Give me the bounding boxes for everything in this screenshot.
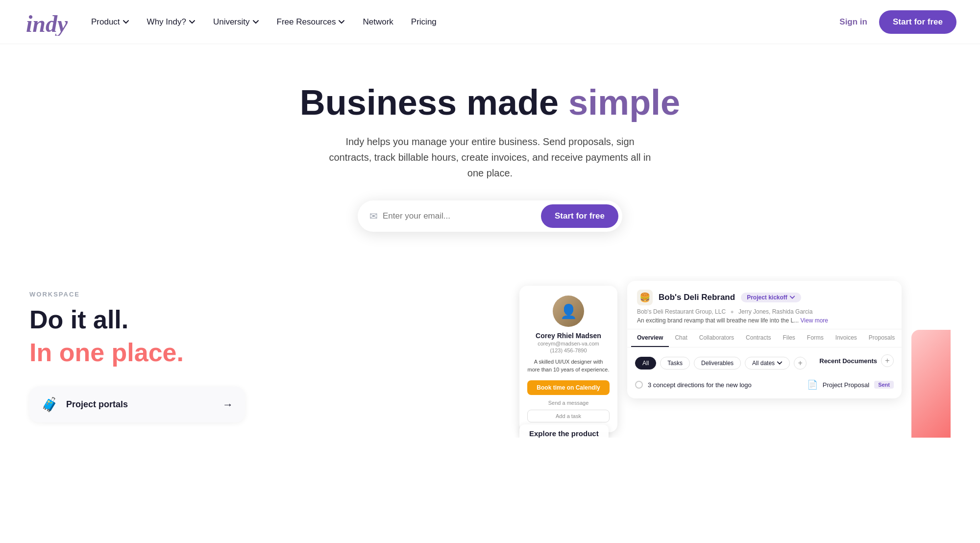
project-badge-text: Project kickoff [747,294,787,301]
filter-row: All Tasks Deliverables All dates + Recen… [635,354,894,372]
profile-description: A skilled UI/UX designer with more than … [527,358,610,373]
avatar: 👤 [553,296,584,327]
project-card: 🍔 Bob's Deli Rebrand Project kickoff Bob… [627,281,902,398]
nav-why-indy-label: Why Indy? [147,17,186,27]
hero-section: Business made simple Indy helps you mana… [0,44,980,261]
nav-right: Sign in Start for free [839,10,956,34]
project-company: Bob's Deli Restaurant Group, LLC [637,308,726,315]
recent-docs-header: Recent Documents + [819,354,894,367]
profile-card: 👤 Corey Rhiel Madsen coreym@madsen-va.co… [519,286,617,432]
nav-links: Product Why Indy? University Free Resour… [91,17,839,27]
add-task-button[interactable]: Add a task [527,410,610,422]
tab-collaborators[interactable]: Collaborators [693,329,740,347]
hero-title-accent: simple [568,83,680,122]
tab-overview[interactable]: Overview [631,329,669,347]
recent-docs-label: Recent Documents [819,357,877,365]
project-description: An exciting brand revamp that will breat… [637,317,892,324]
task-label: 3 concept directions for the new logo [648,381,752,389]
project-tabs: Overview Chat Collaborators Contracts Fi… [627,329,902,347]
task-checkbox[interactable] [635,381,643,389]
project-title: Bob's Deli Rebrand [659,293,735,302]
project-body: All Tasks Deliverables All dates + Recen… [627,347,902,398]
workspace-outer: WORKSPACE Do it all. In one place. 🧳 Pro… [29,291,951,467]
hero-title-text: Business made [300,83,568,122]
project-card-header: 🍔 Bob's Deli Rebrand Project kickoff Bob… [627,281,902,329]
workspace-heading1: Do it all. [29,306,265,334]
email-form: ✉ Start for free [358,200,622,232]
chevron-down-icon [252,19,259,25]
hero-title: Business made simple [12,83,968,122]
filter-all-button[interactable]: All [635,357,656,370]
arrow-right-icon: → [222,398,233,411]
add-doc-button[interactable]: + [881,354,894,367]
doc-item: 📄 Project Proposal Sent [807,378,894,392]
tab-contracts[interactable]: Contracts [740,329,777,347]
project-badge[interactable]: Project kickoff [741,293,801,302]
separator: ● [730,308,734,315]
project-contacts: Jerry Jones, Rashida Garcia [738,308,812,315]
filter-deliverables-button[interactable]: Deliverables [694,357,741,370]
nav-product[interactable]: Product [91,17,129,27]
view-more-link[interactable]: View more [801,317,828,324]
tab-invoices[interactable]: Invoices [830,329,863,347]
profile-name: Corey Rhiel Madsen [527,332,610,340]
nav-why-indy[interactable]: Why Indy? [147,17,196,27]
workspace-left: WORKSPACE Do it all. In one place. 🧳 Pro… [29,291,265,467]
chevron-down-icon [338,19,345,25]
nav-pricing[interactable]: Pricing [411,17,437,27]
start-free-nav-button[interactable]: Start for free [879,10,956,34]
tab-files[interactable]: Files [777,329,801,347]
briefcase-icon: 🧳 [41,396,58,413]
workspace-label: WORKSPACE [29,291,265,298]
document-icon: 📄 [807,379,818,390]
nav-university[interactable]: University [213,17,259,27]
hero-cta-button[interactable]: Start for free [541,204,618,228]
tab-proposals[interactable]: Proposals [863,329,901,347]
profile-phone: (123) 456-7890 [527,347,610,353]
nav-product-label: Product [91,17,120,27]
email-input[interactable] [383,211,541,221]
calendly-button[interactable]: Book time on Calendly [527,380,610,395]
chevron-down-icon [789,295,795,300]
doc-name: Project Proposal [823,381,869,389]
tab-chat[interactable]: Chat [669,329,693,347]
nav-free-resources[interactable]: Free Resources [277,17,345,27]
chevron-down-icon [777,360,783,366]
project-content: 3 concept directions for the new logo 📄 … [635,378,894,392]
chevron-down-icon [122,19,129,25]
logo[interactable]: indy [24,6,68,38]
tab-tasks[interactable]: Tasks [901,329,902,347]
profile-email: coreym@madsen-va.com [527,341,610,346]
send-message-link[interactable]: Send a message [527,400,610,406]
workspace-card-label: Project portals [66,399,128,410]
nav-university-label: University [213,17,250,27]
email-icon: ✉ [369,210,378,222]
doc-status-badge: Sent [874,381,894,389]
project-logo: 🍔 [637,290,653,305]
workspace-section: WORKSPACE Do it all. In one place. 🧳 Pro… [0,261,980,467]
project-title-row: 🍔 Bob's Deli Rebrand Project kickoff [637,290,892,305]
chevron-down-icon [189,19,196,25]
sign-in-button[interactable]: Sign in [839,17,867,27]
explore-overlay[interactable]: Explore the product [519,424,609,438]
filter-tasks-button[interactable]: Tasks [660,357,690,370]
tab-forms[interactable]: Forms [801,329,830,347]
hero-subtitle: Indy helps you manage your entire busine… [323,134,657,181]
nav-free-resources-label: Free Resources [277,17,336,27]
svg-text:indy: indy [26,11,68,36]
nav-network[interactable]: Network [363,17,393,27]
project-meta: Bob's Deli Restaurant Group, LLC ● Jerry… [637,308,892,315]
decorative-corner [911,330,951,438]
nav-network-label: Network [363,17,393,27]
nav-pricing-label: Pricing [411,17,437,27]
navigation: indy Product Why Indy? University Free R… [0,0,980,44]
task-item: 3 concept directions for the new logo [635,378,752,392]
project-desc-text: An exciting brand revamp that will breat… [637,317,799,324]
workspace-card[interactable]: 🧳 Project portals → [29,387,245,422]
date-filter[interactable]: All dates [745,357,790,370]
add-filter-button[interactable]: + [794,357,807,370]
preview-container: 👤 Corey Rhiel Madsen coreym@madsen-va.co… [510,276,951,438]
workspace-heading2: In one place. [29,338,265,367]
